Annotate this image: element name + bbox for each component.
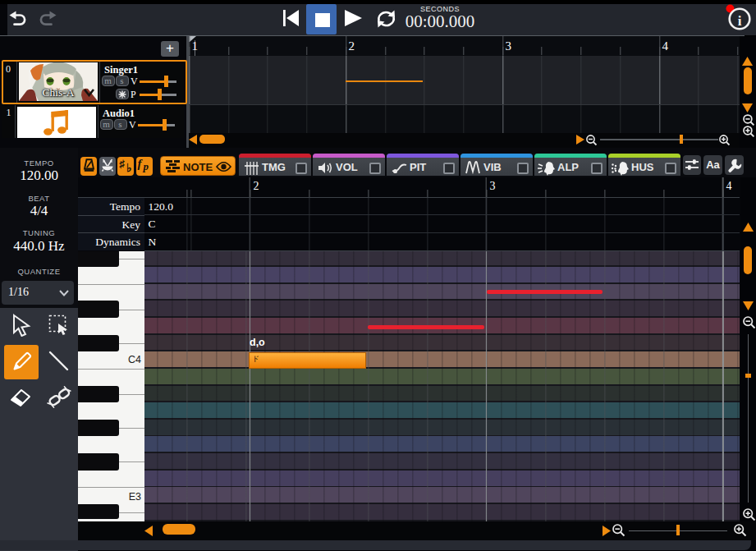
svg-text:i: i <box>738 13 742 29</box>
